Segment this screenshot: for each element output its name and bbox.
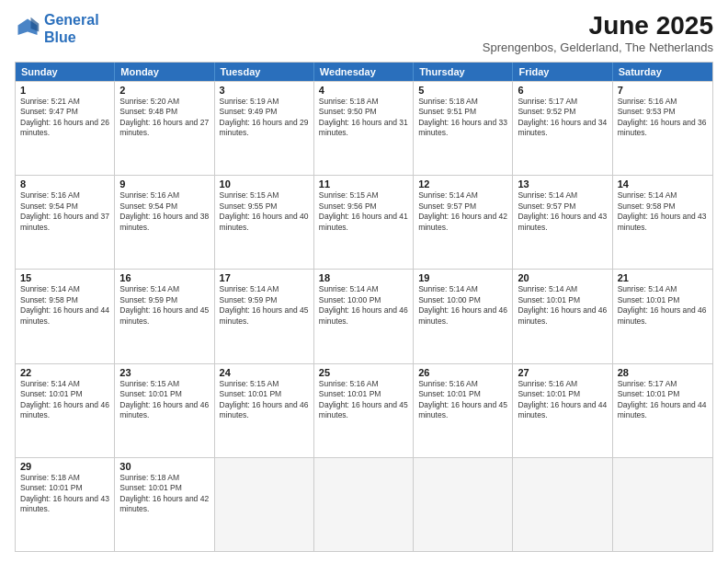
cell-10: 10 Sunrise: 5:15 AM Sunset: 9:55 PM Dayl… — [215, 176, 314, 269]
daylight-21: Daylight: 16 hours and 46 minutes. — [618, 305, 708, 327]
day-num-25: 25 — [319, 367, 408, 378]
sunset-16: Sunset: 9:59 PM — [119, 295, 209, 305]
sunset-29: Sunset: 10:01 PM — [20, 483, 109, 493]
cell-3: 3 Sunrise: 5:19 AM Sunset: 9:49 PM Dayli… — [215, 82, 314, 175]
location: Sprengenbos, Gelderland, The Netherlands — [483, 40, 713, 54]
day-num-1: 1 — [20, 85, 109, 96]
cell-4: 4 Sunrise: 5:18 AM Sunset: 9:50 PM Dayli… — [314, 82, 414, 175]
sunrise-28: Sunrise: 5:17 AM — [618, 379, 708, 389]
logo-icon — [15, 16, 40, 41]
day-num-2: 2 — [119, 85, 209, 96]
header-saturday: Saturday — [613, 63, 712, 81]
daylight-18: Daylight: 16 hours and 46 minutes. — [319, 305, 408, 327]
sunrise-9: Sunrise: 5:16 AM — [119, 190, 209, 201]
day-num-27: 27 — [518, 367, 607, 378]
week-row-5: 29 Sunrise: 5:18 AM Sunset: 10:01 PM Day… — [16, 457, 712, 551]
week-row-4: 22 Sunrise: 5:14 AM Sunset: 10:01 PM Day… — [16, 363, 712, 457]
daylight-25: Daylight: 16 hours and 45 minutes. — [319, 400, 408, 421]
sunset-22: Sunset: 10:01 PM — [20, 389, 109, 399]
daylight-7: Daylight: 16 hours and 36 minutes. — [618, 118, 708, 139]
sunset-27: Sunset: 10:01 PM — [518, 389, 607, 399]
sunrise-6: Sunrise: 5:17 AM — [518, 97, 607, 107]
day-num-22: 22 — [20, 367, 109, 378]
sunrise-22: Sunrise: 5:14 AM — [20, 379, 109, 389]
sunrise-4: Sunrise: 5:18 AM — [319, 97, 408, 107]
sunset-14: Sunset: 9:58 PM — [618, 201, 708, 212]
day-num-16: 16 — [119, 272, 209, 283]
day-num-11: 11 — [319, 178, 408, 190]
sunrise-5: Sunrise: 5:18 AM — [418, 97, 507, 107]
cell-6: 6 Sunrise: 5:17 AM Sunset: 9:52 PM Dayli… — [513, 82, 612, 175]
cell-19: 19 Sunrise: 5:14 AM Sunset: 10:00 PM Day… — [414, 270, 513, 362]
sunrise-21: Sunrise: 5:14 AM — [618, 284, 708, 294]
cell-16: 16 Sunrise: 5:14 AM Sunset: 9:59 PM Dayl… — [115, 270, 214, 362]
cell-11: 11 Sunrise: 5:15 AM Sunset: 9:56 PM Dayl… — [314, 176, 414, 269]
title-block: June 2025 Sprengenbos, Gelderland, The N… — [483, 11, 713, 54]
daylight-6: Daylight: 16 hours and 34 minutes. — [518, 118, 607, 139]
sunrise-19: Sunrise: 5:14 AM — [418, 284, 507, 294]
daylight-10: Daylight: 16 hours and 40 minutes. — [220, 212, 309, 233]
day-num-6: 6 — [518, 85, 607, 96]
cell-24: 24 Sunrise: 5:15 AM Sunset: 10:01 PM Day… — [215, 364, 314, 457]
cell-15: 15 Sunrise: 5:14 AM Sunset: 9:58 PM Dayl… — [16, 270, 115, 362]
sunset-4: Sunset: 9:50 PM — [319, 107, 408, 117]
cell-14: 14 Sunrise: 5:14 AM Sunset: 9:58 PM Dayl… — [613, 176, 712, 269]
sunset-6: Sunset: 9:52 PM — [518, 107, 607, 117]
day-num-7: 7 — [618, 85, 708, 96]
day-num-9: 9 — [119, 178, 209, 190]
cell-27: 27 Sunrise: 5:16 AM Sunset: 10:01 PM Day… — [513, 364, 612, 457]
day-num-26: 26 — [418, 367, 507, 378]
cell-17: 17 Sunrise: 5:14 AM Sunset: 9:59 PM Dayl… — [215, 270, 314, 362]
sunset-3: Sunset: 9:49 PM — [220, 107, 309, 117]
sunset-25: Sunset: 10:01 PM — [319, 389, 408, 399]
sunset-9: Sunset: 9:54 PM — [119, 201, 209, 212]
daylight-30: Daylight: 16 hours and 42 minutes. — [119, 494, 209, 515]
day-num-24: 24 — [220, 367, 309, 378]
daylight-20: Daylight: 16 hours and 46 minutes. — [518, 305, 607, 327]
daylight-26: Daylight: 16 hours and 45 minutes. — [418, 400, 507, 421]
sunset-2: Sunset: 9:48 PM — [119, 107, 209, 117]
daylight-3: Daylight: 16 hours and 29 minutes. — [220, 118, 309, 139]
header-wednesday: Wednesday — [314, 63, 414, 81]
sunrise-30: Sunrise: 5:18 AM — [119, 473, 209, 483]
sunrise-24: Sunrise: 5:15 AM — [220, 379, 309, 389]
sunset-10: Sunset: 9:55 PM — [220, 201, 309, 212]
sunrise-12: Sunrise: 5:14 AM — [418, 190, 507, 201]
cell-1: 1 Sunrise: 5:21 AM Sunset: 9:47 PM Dayli… — [16, 82, 115, 175]
sunrise-11: Sunrise: 5:15 AM — [319, 190, 408, 201]
sunset-23: Sunset: 10:01 PM — [119, 389, 209, 399]
daylight-15: Daylight: 16 hours and 44 minutes. — [20, 305, 109, 327]
cell-25: 25 Sunrise: 5:16 AM Sunset: 10:01 PM Day… — [314, 364, 414, 457]
week-row-1: 1 Sunrise: 5:21 AM Sunset: 9:47 PM Dayli… — [16, 81, 712, 175]
day-num-18: 18 — [319, 272, 408, 283]
day-num-4: 4 — [319, 85, 408, 96]
day-num-8: 8 — [20, 178, 109, 190]
logo-text: General Blue — [44, 11, 99, 46]
sunrise-18: Sunrise: 5:14 AM — [319, 284, 408, 294]
daylight-16: Daylight: 16 hours and 45 minutes. — [119, 305, 209, 327]
day-num-13: 13 — [518, 178, 607, 190]
header: General Blue June 2025 Sprengenbos, Geld… — [15, 11, 713, 54]
week-row-2: 8 Sunrise: 5:16 AM Sunset: 9:54 PM Dayli… — [16, 175, 712, 269]
sunrise-8: Sunrise: 5:16 AM — [20, 190, 109, 201]
daylight-1: Daylight: 16 hours and 26 minutes. — [20, 118, 109, 139]
daylight-11: Daylight: 16 hours and 41 minutes. — [319, 212, 408, 233]
header-sunday: Sunday — [16, 63, 115, 81]
daylight-8: Daylight: 16 hours and 37 minutes. — [20, 212, 109, 233]
day-num-28: 28 — [618, 367, 708, 378]
daylight-9: Daylight: 16 hours and 38 minutes. — [119, 212, 209, 233]
sunset-30: Sunset: 10:01 PM — [119, 483, 209, 493]
day-num-30: 30 — [119, 461, 209, 472]
header-friday: Friday — [513, 63, 612, 81]
daylight-22: Daylight: 16 hours and 46 minutes. — [20, 400, 109, 421]
day-num-15: 15 — [20, 272, 109, 283]
cell-18: 18 Sunrise: 5:14 AM Sunset: 10:00 PM Day… — [314, 270, 414, 362]
sunset-19: Sunset: 10:00 PM — [418, 295, 507, 305]
sunset-11: Sunset: 9:56 PM — [319, 201, 408, 212]
sunset-5: Sunset: 9:51 PM — [418, 107, 507, 117]
cell-21: 21 Sunrise: 5:14 AM Sunset: 10:01 PM Day… — [613, 270, 712, 362]
sunset-7: Sunset: 9:53 PM — [618, 107, 708, 117]
daylight-12: Daylight: 16 hours and 42 minutes. — [418, 212, 507, 233]
cell-9: 9 Sunrise: 5:16 AM Sunset: 9:54 PM Dayli… — [115, 176, 214, 269]
daylight-5: Daylight: 16 hours and 33 minutes. — [418, 118, 507, 139]
